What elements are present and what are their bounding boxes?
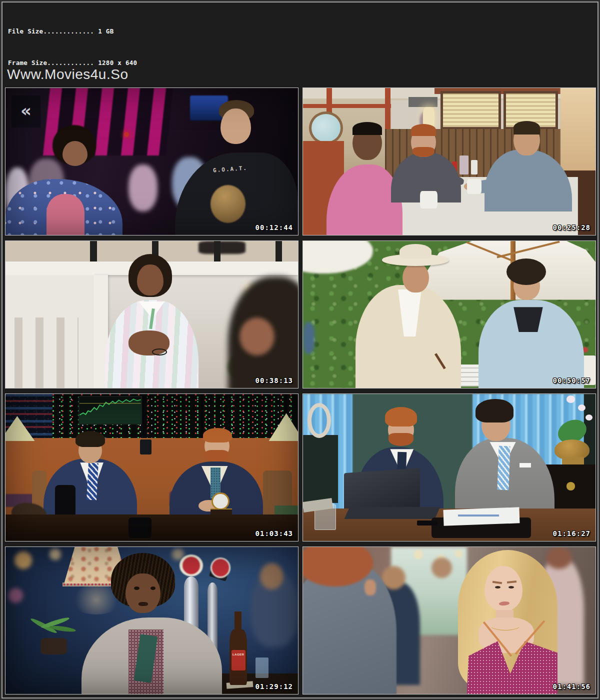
phone [417, 520, 438, 526]
timestamp: 01:41:56 [553, 682, 590, 690]
screenshot-grid: « G.O.A.T. 00:12:44 [5, 88, 596, 694]
timestamp: 00:25:28 [553, 224, 590, 232]
screenshot-3-loft: 00:38:13 [5, 240, 298, 388]
man-face [137, 264, 164, 296]
creamer [471, 160, 478, 174]
trading-scene [6, 394, 298, 541]
man-redhead-hair [411, 124, 436, 136]
watermark: Www.Movies4u.So [7, 66, 128, 82]
man-right-blue-striped-tie [497, 446, 510, 490]
foreground-ear-blur [240, 318, 274, 356]
nightclub-scene: « G.O.A.T. [6, 88, 298, 235]
vignette [6, 547, 298, 694]
timestamp: 01:03:43 [256, 530, 293, 538]
vignette [6, 88, 298, 235]
foreground-man-neck [364, 580, 376, 596]
man-left-face [402, 263, 429, 292]
screenshot-7-bar: LAGER 01:29:12 [5, 546, 298, 694]
street-window [560, 88, 596, 179]
cabinet-logo [566, 482, 576, 490]
umbrella-left [303, 241, 373, 274]
diner-scene [303, 88, 596, 235]
orchid-flower [578, 404, 586, 411]
screenshot-1-nightclub: « G.O.A.T. 00:12:44 [5, 88, 298, 236]
document-text-line [458, 514, 499, 516]
string-light [414, 550, 423, 559]
timestamp: 00:50:57 [553, 376, 590, 384]
ring-sculpture [308, 403, 331, 438]
string-light [455, 550, 462, 558]
man-left-red-hair [385, 407, 417, 426]
bracelet [152, 348, 167, 356]
porthole-window [309, 112, 344, 144]
screenshot-4-garden: 00:50:57 [302, 240, 596, 388]
media-info-sheet: File Size.............1 GB Frame Size...… [0, 0, 600, 700]
office-scene [303, 394, 596, 541]
cowboy-hat-crown [400, 244, 432, 258]
menu-board [440, 91, 501, 130]
loft-scene [6, 241, 298, 388]
kitchen-hood [408, 97, 438, 108]
screenshot-2-diner: 00:25:28 [302, 88, 596, 236]
man-right-curly-hair [506, 258, 546, 285]
gold-necklace [488, 618, 522, 630]
man-polo-hair [514, 121, 540, 134]
party-guest-head [432, 558, 452, 578]
orchid-flower [586, 414, 592, 420]
man-pink-hair [352, 122, 382, 135]
bar-scene: LAGER [6, 547, 298, 694]
man-left-red-beard [388, 433, 414, 446]
orchid-flower [566, 396, 576, 403]
background-guest [303, 322, 314, 354]
party-guest-head [546, 547, 572, 569]
party-scene [303, 547, 596, 694]
dark-cabinet-left [303, 435, 338, 502]
coffee-mug [467, 179, 482, 194]
orange-beam [385, 88, 391, 132]
timestamp: 00:12:44 [256, 224, 293, 232]
coffee-mug [420, 191, 438, 208]
screenshot-8-party: 01:41:56 [302, 546, 596, 694]
timestamp: 01:29:12 [256, 682, 293, 690]
door-slats [14, 318, 79, 388]
white-document [443, 508, 520, 526]
orange-beam [303, 104, 391, 108]
umbrella-canopy [408, 241, 596, 300]
timestamp: 00:38:13 [256, 376, 293, 384]
laptop-base [344, 507, 440, 519]
timestamp: 01:16:27 [553, 530, 590, 538]
man-right-hair [476, 399, 514, 422]
screenshot-6-office: 01:16:27 [302, 394, 596, 542]
vignette [6, 394, 298, 541]
menu-holder [460, 156, 468, 174]
screenshot-5-trading: 01:03:43 [5, 394, 298, 542]
laptop-screen [344, 468, 420, 513]
garden-scene [303, 241, 596, 388]
info-row-file-size: File Size.............1 GB [8, 26, 137, 36]
pocket-square [520, 463, 531, 468]
